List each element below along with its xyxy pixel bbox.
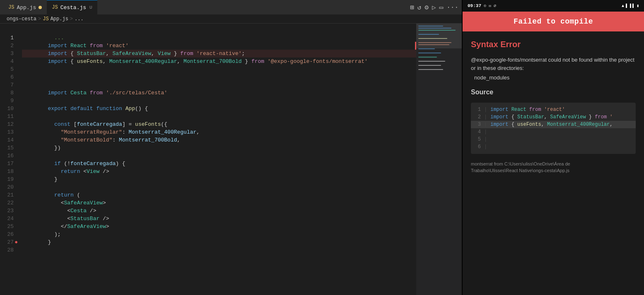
battery-icon: ▮ (637, 3, 639, 8)
line-num-2: 2 (0, 42, 19, 50)
failed-banner: Failed to compile (463, 12, 644, 31)
svg-rect-1 (418, 28, 451, 29)
svg-rect-10 (418, 61, 445, 62)
minimap-code (416, 24, 462, 295)
error-path: montserrat from C:\Users\uliss\OneDrive\… (471, 161, 636, 174)
svg-rect-3 (418, 34, 439, 35)
signal-icon-1: ▌ (626, 4, 628, 8)
signal-icon-2: ▌▌ (630, 4, 635, 8)
line-num-14: 14 (0, 136, 19, 144)
line-num-13: 13 (0, 128, 19, 136)
wifi-icon: ▲ (622, 4, 624, 8)
line-num-16: 16 (0, 152, 19, 160)
line-num-26: 26 (0, 230, 19, 238)
tab-appjs[interactable]: JS App.js (3, 0, 47, 14)
code-line-27 (22, 238, 416, 246)
svg-rect-7 (418, 48, 435, 49)
svg-rect-4 (418, 38, 447, 39)
phone-time: 09:37 (468, 3, 481, 8)
line-num-12: 12 (0, 120, 19, 128)
src-line-2: 2 | import { StatusBar, SafeAreaView } f… (471, 113, 636, 121)
code-line-15 (22, 144, 416, 152)
code-line-9: export default function App() { (22, 97, 416, 105)
line-num-11: 11 (0, 113, 19, 120)
error-content: Syntax Error @expo-google-fonts/montserr… (463, 31, 644, 295)
js-icon-cestajs: JS (52, 5, 58, 10)
line-num-15: 15 (0, 144, 19, 152)
title-bar: JS App.js JS Cesta.js U ⊞ ↺ ⚙ ▷ ▭ ··· (0, 0, 462, 14)
line-num-21: 21 (0, 191, 19, 199)
code-line-7: import Cesta from './src/telas/Cesta' (22, 81, 416, 89)
code-line-19 (22, 175, 416, 183)
panel-icon[interactable]: ▭ (439, 3, 444, 12)
line-num-24: 24 (0, 215, 19, 223)
line-num-28: 28 (0, 246, 19, 254)
code-line-6 (22, 73, 416, 81)
line-num-27: 27 (0, 238, 19, 246)
minimap (416, 24, 462, 295)
line-num-5: 5 (0, 65, 19, 73)
error-path-line1: montserrat from C:\Users\uliss\OneDrive\… (471, 161, 570, 166)
svg-rect-8 (418, 53, 441, 53)
code-line-28 (22, 246, 416, 254)
svg-rect-11 (418, 65, 441, 66)
line-num-1: 1 (0, 34, 19, 42)
line-num-22: 22 (0, 199, 19, 207)
source-section-label: Source (471, 89, 636, 96)
phone-panel: 09:37 ⊙ ✉ ∅ ▲ ▌ ▌▌ ▮ Failed to compile S… (462, 0, 644, 295)
code-line-dots: ... (22, 26, 416, 34)
svg-rect-6 (418, 44, 449, 45)
code-area[interactable]: ... import React from 'react' import { S… (19, 24, 416, 295)
phone-screen: Failed to compile Syntax Error @expo-goo… (463, 12, 644, 295)
line-num-17: 17 (0, 160, 19, 168)
code-line-16: if (!fonteCarregada) { (22, 152, 416, 160)
more-icon[interactable]: ··· (446, 4, 458, 11)
breadcrumb-project[interactable]: ongs-cesta (7, 16, 36, 22)
src-line-6: 6 | (471, 143, 636, 151)
tab-cestajs[interactable]: JS Cesta.js U (47, 0, 97, 14)
line-num-6: 6 (0, 73, 19, 81)
revert-icon[interactable]: ↺ (417, 3, 422, 12)
tab-appjs-label: App.js (17, 5, 36, 11)
code-line-1: import React from 'react' (22, 34, 416, 42)
line-num-18: 18 (0, 168, 19, 175)
node-modules-label: node_modules (471, 74, 636, 82)
line-num-dots (0, 26, 19, 34)
src-line-5: 5 | (471, 136, 636, 143)
editor-body: 1 2 3 4 5 6 7 8 9 10 11 12 13 14 15 16 1… (0, 24, 462, 295)
svg-rect-5 (418, 42, 451, 43)
line-num-8: 8 (0, 89, 19, 97)
code-line-20: return ( (22, 183, 416, 191)
line-num-9: 9 (0, 97, 19, 105)
src-line-1: 1 | import React from 'react' (471, 106, 636, 113)
breadcrumb-filename[interactable]: App.js (51, 16, 68, 22)
phone-statusbar: 09:37 ⊙ ✉ ∅ ▲ ▌ ▌▌ ▮ (463, 0, 644, 12)
toolbar-icons: ⊞ ↺ ⚙ ▷ ▭ ··· (410, 3, 458, 12)
line-num-20: 20 (0, 183, 19, 191)
error-desc-text: @expo-google-fonts/montserrat could not … (471, 57, 634, 71)
editor-panel: JS App.js JS Cesta.js U ⊞ ↺ ⚙ ▷ ▭ ··· on… (0, 0, 462, 295)
src-line-3: 3 | import { useFonts, Montserrat_400Reg… (471, 121, 636, 128)
source-code-block: 1 | import React from 'react' 2 | import… (471, 103, 636, 154)
preview-icon[interactable]: ▷ (432, 3, 436, 12)
line-num-7: 7 (0, 81, 19, 89)
line-num-10: 10 (0, 105, 19, 113)
line-num-25: 25 (0, 223, 19, 230)
svg-rect-9 (418, 57, 437, 58)
error-description: @expo-google-fonts/montserrat could not … (471, 56, 636, 82)
tab-cestajs-modified: U (89, 5, 92, 10)
code-line-5 (22, 65, 416, 73)
split-editor-icon[interactable]: ⊞ (410, 3, 414, 12)
breadcrumb-more[interactable]: ... (75, 16, 84, 22)
svg-rect-2 (418, 30, 456, 31)
svg-rect-0 (418, 26, 443, 26)
code-line-11: const [fonteCarregada] = useFonts({ (22, 113, 416, 120)
js-icon-appjs: JS (8, 5, 14, 10)
phone-signal-icons: ▲ ▌ ▌▌ ▮ (622, 3, 639, 8)
settings-icon[interactable]: ⚙ (425, 3, 429, 12)
tab-modified-dot-appjs (39, 6, 42, 9)
breadcrumb-bar: ongs-cesta > JS App.js > ... (0, 14, 462, 24)
line-num-3: 3 (0, 50, 19, 58)
code-line-21: <SafeAreaView> (22, 191, 416, 199)
syntax-error-title: Syntax Error (471, 40, 636, 49)
